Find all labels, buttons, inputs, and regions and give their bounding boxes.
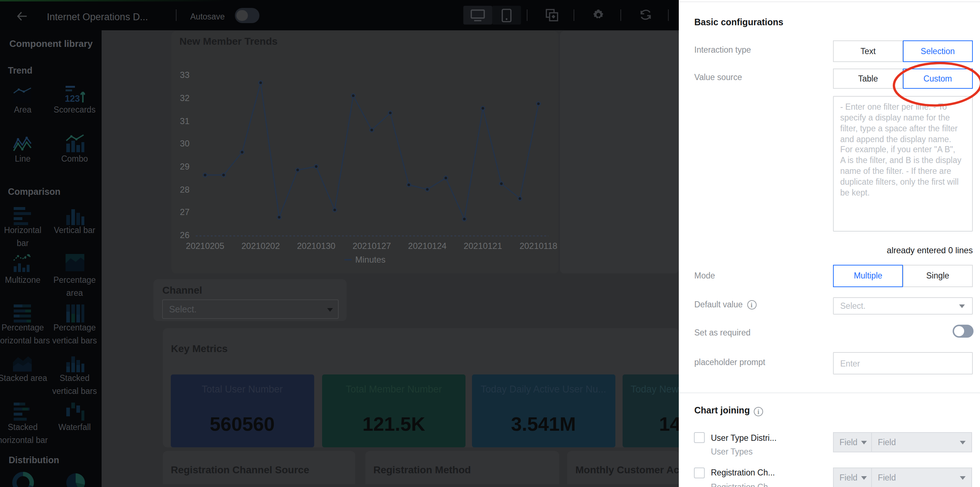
svg-text:123: 123: [65, 93, 80, 104]
